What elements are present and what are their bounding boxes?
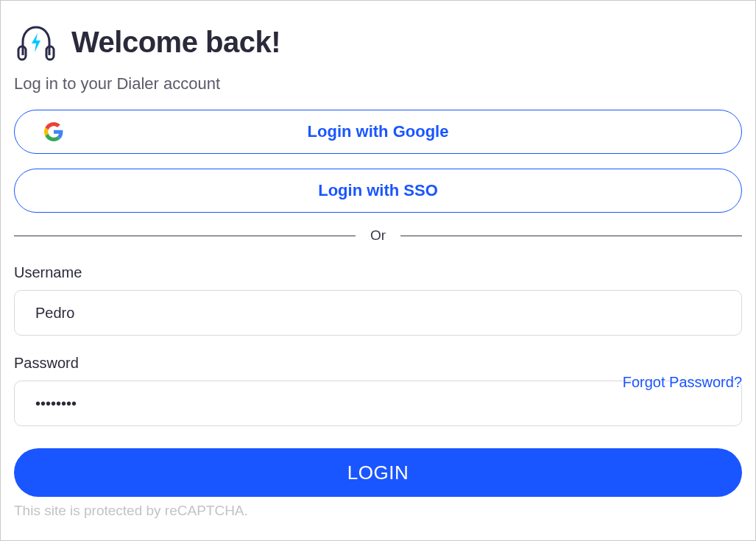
login-google-label: Login with Google [308,122,449,141]
username-label: Username [14,264,742,281]
login-button[interactable]: LOGIN [14,448,742,497]
page-subtitle: Log in to your Dialer account [14,74,742,93]
login-sso-label: Login with SSO [318,181,438,200]
login-sso-button[interactable]: Login with SSO [14,169,742,213]
divider-label: Or [356,227,400,244]
username-field-block: Username [14,264,742,336]
divider-line-left [14,236,356,236]
recaptcha-notice: This site is protected by reCAPTCHA. [14,503,742,519]
header: Welcome back! [14,20,742,64]
headset-lightning-icon [14,20,58,64]
divider: Or [14,227,742,244]
page-title: Welcome back! [71,26,280,59]
password-label: Password [14,355,79,372]
forgot-password-link[interactable]: Forgot Password? [623,374,742,391]
username-input[interactable] [14,290,742,336]
divider-line-right [400,236,742,236]
google-icon [44,122,63,141]
login-google-button[interactable]: Login with Google [14,110,742,154]
password-field-block: Password Forgot Password? [14,355,742,426]
